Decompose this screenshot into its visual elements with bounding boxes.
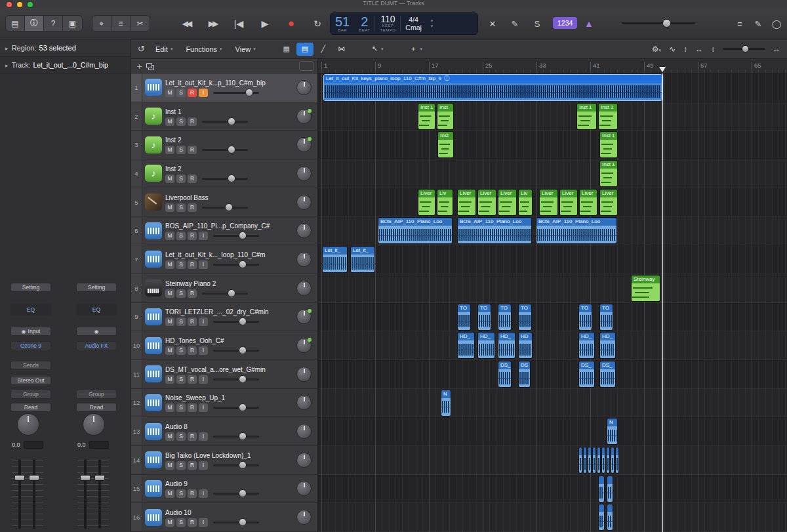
record-arm-button[interactable]: R: [188, 232, 197, 240]
channel-fader[interactable]: [12, 458, 43, 530]
inspector-group-button[interactable]: Group: [10, 390, 51, 399]
input-monitor-button[interactable]: I: [199, 432, 208, 441]
region[interactable]: Liver: [559, 189, 578, 216]
pan-knob[interactable]: [296, 109, 312, 124]
vertical-auto-zoom-icon[interactable]: ↕: [683, 45, 687, 54]
region[interactable]: Liver: [418, 189, 435, 216]
record-arm-button[interactable]: R: [188, 174, 197, 183]
mute-button[interactable]: M: [165, 375, 174, 384]
list-editors-icon[interactable]: ≡: [731, 16, 748, 31]
inspector-read-button[interactable]: Read: [76, 403, 117, 412]
track-volume-slider[interactable]: [213, 493, 259, 495]
master-volume-thumb[interactable]: [662, 19, 671, 28]
info-icon[interactable]: ⓘ: [444, 75, 449, 83]
track-volume-slider[interactable]: [213, 264, 259, 266]
track-header-row[interactable]: 1Let_it_out_Kit_k...p_110_C#m_bipMSRI: [131, 73, 317, 102]
note-pads-icon[interactable]: ✎: [750, 16, 767, 31]
track-volume-slider[interactable]: [213, 436, 259, 438]
record-arm-button[interactable]: R: [188, 489, 197, 498]
inspector-audio-fx-button[interactable]: Audio FX: [76, 341, 117, 350]
solo-button[interactable]: S: [176, 461, 186, 470]
track-volume-slider[interactable]: [213, 321, 259, 323]
fader-cap[interactable]: [94, 475, 105, 481]
record-arm-button[interactable]: R: [188, 346, 197, 355]
region[interactable]: Liv: [437, 189, 453, 216]
region[interactable]: [588, 447, 592, 474]
region[interactable]: [598, 504, 605, 531]
track-header-row[interactable]: 9TORI_LETZLER_..._02_dry_C#minMSRI: [131, 303, 317, 332]
region[interactable]: BOS_AIP_110_Piano_Loo: [457, 217, 532, 244]
region[interactable]: [592, 447, 596, 474]
input-monitor-button[interactable]: I: [199, 518, 208, 527]
region-inspector-header[interactable]: ▶ Region: 53 selected: [0, 39, 131, 57]
region[interactable]: [611, 447, 615, 474]
record-arm-button[interactable]: R: [188, 432, 197, 441]
track-header-row[interactable]: 16Audio 10MSRI: [131, 503, 317, 532]
input-monitor-button[interactable]: I: [199, 403, 208, 412]
region[interactable]: TO: [457, 304, 471, 331]
track-volume-slider[interactable]: [213, 350, 259, 352]
region[interactable]: DS: [518, 361, 531, 388]
go-to-beginning-button[interactable]: |◀: [228, 14, 249, 33]
record-arm-button[interactable]: R: [188, 146, 197, 154]
mute-button[interactable]: M: [165, 346, 174, 355]
fader-cap[interactable]: [29, 475, 39, 481]
region[interactable]: [597, 447, 601, 474]
mute-button[interactable]: M: [165, 489, 174, 498]
pan-knob[interactable]: [83, 413, 105, 436]
input-monitor-button[interactable]: I: [199, 375, 208, 384]
track-header-row[interactable]: 13Audio 8MSRI: [131, 417, 317, 446]
region[interactable]: [601, 447, 605, 474]
record-arm-button[interactable]: R: [188, 403, 197, 412]
track-volume-thumb[interactable]: [239, 518, 247, 526]
mute-button[interactable]: M: [165, 289, 174, 298]
regions-view-icon[interactable]: ▤: [296, 43, 313, 56]
record-arm-button[interactable]: R: [188, 289, 197, 298]
pan-knob[interactable]: [296, 424, 312, 439]
region[interactable]: Let_it_: [350, 246, 375, 273]
mute-button[interactable]: M: [165, 518, 174, 527]
functions-menu[interactable]: Functions ▾: [186, 45, 222, 53]
lcd-display[interactable]: 51 BAR 2 BEAT 110 KEEP TEMPO 4/4 Cmaj: [330, 12, 478, 35]
pan-knob[interactable]: [296, 510, 312, 525]
playhead-marker-icon[interactable]: [659, 67, 666, 72]
pan-knob[interactable]: [296, 395, 312, 410]
pan-knob[interactable]: [296, 453, 312, 468]
region[interactable]: Let_it_: [322, 246, 348, 273]
input-monitor-button[interactable]: I: [199, 489, 208, 498]
solo-button[interactable]: S: [176, 174, 186, 183]
flex-view-icon[interactable]: ⋈: [333, 43, 350, 56]
region[interactable]: Let_it_out_Kit_keys_piano_loop_110_C#m_b…: [323, 74, 662, 101]
track-volume-thumb[interactable]: [228, 289, 235, 297]
mute-button[interactable]: M: [165, 146, 174, 154]
timesig-chevron-icon[interactable]: ▾: [431, 18, 434, 24]
track-volume-thumb[interactable]: [228, 117, 235, 125]
pan-knob[interactable]: [296, 137, 312, 152]
solo-button[interactable]: S: [176, 232, 186, 240]
track-volume-thumb[interactable]: [239, 403, 247, 411]
region[interactable]: [615, 447, 619, 474]
pan-knob[interactable]: [296, 223, 312, 238]
track-volume-thumb[interactable]: [239, 375, 247, 383]
pan-knob[interactable]: [296, 309, 312, 324]
solo-button[interactable]: S: [176, 117, 186, 126]
region[interactable]: HD_: [498, 332, 515, 359]
track-volume-slider[interactable]: [202, 121, 248, 123]
inspector-input-button[interactable]: ◉Input: [10, 327, 51, 336]
region[interactable]: Liver: [477, 189, 496, 216]
track-volume-thumb[interactable]: [245, 89, 253, 96]
record-arm-button[interactable]: R: [188, 518, 197, 527]
region[interactable]: BOS_AIP_110_Piano_Loo: [536, 217, 617, 244]
track-volume-thumb[interactable]: [228, 174, 235, 182]
horizontal-auto-zoom-icon[interactable]: ↔: [695, 45, 703, 54]
track-volume-thumb[interactable]: [239, 232, 247, 239]
pan-knob[interactable]: [296, 481, 312, 496]
track-volume-slider[interactable]: [213, 235, 259, 237]
view-menu[interactable]: View ▾: [235, 45, 256, 53]
track-header-row[interactable]: 11DS_MT_vocal_a...ore_wet_G#minMSRI: [131, 360, 317, 389]
region[interactable]: HD_: [477, 332, 495, 359]
mute-button[interactable]: M: [165, 461, 174, 470]
track-volume-slider[interactable]: [213, 522, 259, 523]
pan-knob[interactable]: [296, 338, 312, 353]
inspector-eq-button[interactable]: EQ: [76, 304, 117, 316]
